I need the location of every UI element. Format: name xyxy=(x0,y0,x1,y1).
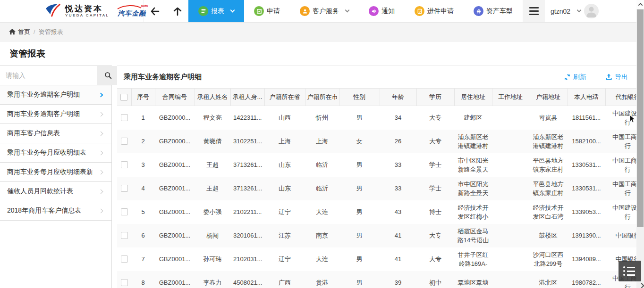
cell-lessee_name: 李春力 xyxy=(195,271,230,288)
table-row: 5GBZ0001...娄小强2102211...辽宁大连男43博士经济技术开发区… xyxy=(117,200,644,224)
sidebar-item-2[interactable]: 商用车客户信息表 xyxy=(0,124,111,143)
select-all-checkbox[interactable] xyxy=(120,94,127,101)
sidebar-item-1[interactable]: 商用车业务逾期客户明细 xyxy=(0,105,111,124)
column-list-button[interactable] xyxy=(619,261,641,281)
cell-residence_addr: 建邺区 xyxy=(454,106,492,130)
sidebar-item-6[interactable]: 2018年商用车客户信息表 xyxy=(0,201,111,221)
sidebar-item-3[interactable]: 乘用车业务每月应收明细表 xyxy=(0,143,111,163)
cell-work_addr xyxy=(492,224,529,247)
refresh-icon xyxy=(564,74,571,81)
cell-gender: 男 xyxy=(339,153,380,177)
nav-item-notice[interactable]: 通知 xyxy=(359,0,405,22)
sidebar-item-0[interactable]: 乘用车业务逾期客户明细 xyxy=(0,85,111,105)
vertical-scrollbar[interactable] xyxy=(636,0,644,288)
row-checkbox[interactable] xyxy=(121,208,128,215)
sidebar-item-label: 商用车业务逾期客户明细 xyxy=(7,110,80,118)
cell-gender: 女 xyxy=(339,130,380,153)
title-bar: 资管报表 xyxy=(0,41,644,66)
nav-item-apply[interactable]: 申请 xyxy=(244,0,290,22)
sidebar-report-list: 乘用车业务逾期客户明细商用车业务逾期客户明细商用车客户信息表乘用车业务每月应收明… xyxy=(0,85,111,221)
cell-contract_no: GBZ0001... xyxy=(155,153,195,177)
row-checkbox[interactable] xyxy=(121,114,128,121)
row-checkbox[interactable] xyxy=(121,255,128,263)
username: gtzn02 xyxy=(551,8,570,15)
cell-work_addr xyxy=(492,130,529,153)
column-header-2: 承租人姓名 xyxy=(195,89,230,106)
breadcrumb-home[interactable]: 首页 xyxy=(9,28,30,36)
row-checkbox[interactable] xyxy=(121,279,128,286)
row-checkbox[interactable] xyxy=(121,161,128,168)
header-checkbox-cell xyxy=(117,89,131,106)
export-button[interactable]: 导出 xyxy=(605,73,628,82)
brand-logo: 悦达资本 YUEDA CAPITAL auto 汽车金融 xyxy=(45,0,143,22)
table-row: 8GBZ0001...李春力4508021...广西贵港男39初中覃塘区覃塘港北… xyxy=(117,271,644,288)
search-input[interactable] xyxy=(0,66,97,85)
cell-province: 辽宁 xyxy=(264,200,305,224)
cell-education: 博士 xyxy=(416,200,454,224)
cell-gender: 男 xyxy=(339,200,380,224)
car-swoosh-icon xyxy=(117,5,142,9)
logo-mark-icon xyxy=(45,3,63,19)
nav-item-intake-apply[interactable]: 进件申请 xyxy=(405,0,464,22)
avatar[interactable] xyxy=(584,4,599,18)
hamburger-menu-button[interactable] xyxy=(523,0,545,22)
back-button[interactable] xyxy=(143,0,166,22)
cell-age: 43 xyxy=(380,200,416,224)
cell-education: 初中 xyxy=(416,271,454,288)
cell-province: 山东 xyxy=(264,177,305,200)
search-button[interactable] xyxy=(97,66,119,85)
scrollbar-thumb[interactable] xyxy=(637,9,644,227)
sub-brand-tag: auto xyxy=(141,4,148,8)
refresh-button[interactable]: 刷新 xyxy=(564,73,586,82)
brand-name-en: YUEDA CAPITAL xyxy=(65,13,109,17)
cell-lessee_name: 程文亮 xyxy=(195,106,230,130)
cell-lessee_name: 黄晓倩 xyxy=(195,130,230,153)
top-navbar: 悦达资本 YUEDA CAPITAL auto 汽车金融 报表申请客户服务通知进… xyxy=(0,0,644,23)
row-checkbox[interactable] xyxy=(121,185,128,192)
sidebar-item-5[interactable]: 催收人员月回款统计表 xyxy=(0,182,111,201)
user-menu[interactable]: gtzn02 xyxy=(545,0,604,22)
nav-item-asset-vehicle[interactable]: 资产车型 xyxy=(464,0,523,22)
cell-lessee_name: 王超 xyxy=(195,177,230,200)
table-row: 3GBZ0001...王超3713261...山东临沂男33学士市中区阳光新路全… xyxy=(117,153,644,177)
cell-lessee_id: 2102031... xyxy=(230,247,264,271)
sidebar-item-4[interactable]: 商用车业务每月应收明细表新 xyxy=(0,163,111,182)
cell-lessee_id: 3102251... xyxy=(230,130,264,153)
nav-item-report[interactable]: 报表 xyxy=(188,0,244,22)
nav-item-label: 通知 xyxy=(381,7,395,16)
cell-phone: 1582100... xyxy=(568,130,605,153)
nav-item-customer-service[interactable]: 客户服务 xyxy=(290,0,359,22)
cell-city: 贵港 xyxy=(305,271,339,288)
cell-gender: 男 xyxy=(339,177,380,200)
scrollbar-up-button[interactable] xyxy=(636,0,644,9)
cell-phone: 1980782... xyxy=(568,271,605,288)
sidebar: 乘用车业务逾期客户明细商用车业务逾期客户明细商用车客户信息表乘用车业务每月应收明… xyxy=(0,66,112,288)
cell-contract_no: GBZ0001... xyxy=(155,200,195,224)
sidebar-item-label: 催收人员月回款统计表 xyxy=(7,187,73,196)
cell-contract_no: GBZ0001... xyxy=(155,247,195,271)
column-header-12: 本人电话 xyxy=(568,89,605,106)
cell-registered_addr: 浦东新区老港镇建港村 xyxy=(529,130,568,153)
arrow-left-icon xyxy=(150,7,160,16)
cell-registered_addr: 港北区 xyxy=(529,271,568,288)
cell-contract_no: GBZ0001... xyxy=(155,177,195,200)
chevron-right-icon xyxy=(99,208,103,213)
up-button[interactable] xyxy=(166,0,188,22)
cell-age: 41 xyxy=(380,247,416,271)
cell-city: 临沂 xyxy=(305,177,339,200)
row-checkbox-cell xyxy=(117,106,131,130)
cell-work_addr xyxy=(492,247,529,271)
row-checkbox[interactable] xyxy=(121,138,128,145)
cell-lessee_id: 4508021... xyxy=(230,271,264,288)
column-header-11: 户籍地址 xyxy=(529,89,568,106)
cell-lessee_id: 1422311... xyxy=(230,106,264,130)
cell-province: 山东 xyxy=(264,153,305,177)
cell-seq: 8 xyxy=(131,271,155,288)
row-checkbox[interactable] xyxy=(121,232,128,239)
cell-province: 山西 xyxy=(264,106,305,130)
scroll-up-icon xyxy=(638,3,643,8)
cell-registered_addr: 岢岚县 xyxy=(529,106,568,130)
asset-vehicle-icon xyxy=(474,6,483,16)
sidebar-item-label: 乘用车业务每月应收明细表 xyxy=(7,148,86,157)
cell-lessee_id: 3201061... xyxy=(230,224,264,247)
